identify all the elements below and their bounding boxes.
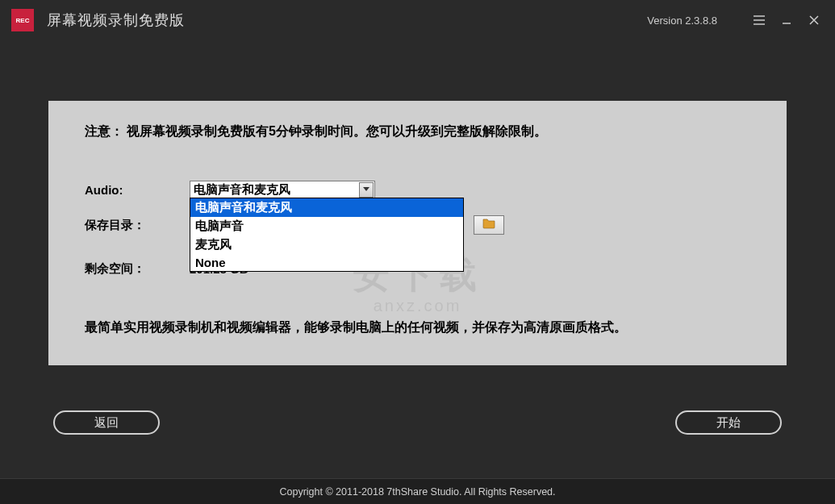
form: Audio: 电脑声音和麦克风 电脑声音和麦克风 电脑声音 麦克风 None (85, 179, 750, 279)
audio-dropdown-list: 电脑声音和麦克风 电脑声音 麦克风 None (190, 198, 464, 272)
audio-row: Audio: 电脑声音和麦克风 电脑声音和麦克风 电脑声音 麦克风 None (85, 179, 750, 200)
chevron-down-icon[interactable] (359, 182, 374, 198)
audio-option-3[interactable]: None (190, 254, 463, 271)
buttons-row: 返回 开始 (48, 410, 787, 435)
notice-label: 注意： (85, 124, 123, 138)
start-button[interactable]: 开始 (675, 410, 782, 435)
notice-row: 注意：视屏幕视频录制免费版有5分钟录制时间。您可以升级到完整版解除限制。 (85, 123, 750, 140)
audio-option-0[interactable]: 电脑声音和麦克风 (190, 198, 463, 217)
menu-icon[interactable] (749, 10, 769, 30)
watermark-line2: anxz.com (353, 297, 483, 315)
audio-label: Audio: (85, 183, 190, 197)
audio-option-1[interactable]: 电脑声音 (190, 217, 463, 235)
main-stage: 安下载 anxz.com 注意：视屏幕视频录制免费版有5分钟录制时间。您可以升级… (0, 40, 835, 478)
minimize-icon[interactable] (777, 10, 796, 30)
app-window: REC 屏幕视频录制免费版 Version 2.3.8.8 安下载 anxz.c… (0, 0, 835, 504)
browse-folder-button[interactable] (474, 215, 504, 235)
settings-panel: 安下载 anxz.com 注意：视屏幕视频录制免费版有5分钟录制时间。您可以升级… (48, 101, 787, 365)
audio-combobox[interactable]: 电脑声音和麦克风 (190, 181, 375, 199)
app-title: 屏幕视频录制免费版 (47, 10, 185, 30)
title-bar: REC 屏幕视频录制免费版 Version 2.3.8.8 (0, 0, 835, 40)
notice-text: 视屏幕视频录制免费版有5分钟录制时间。您可以升级到完整版解除限制。 (127, 124, 547, 138)
footer: Copyright © 2011-2018 7thShare Studio. A… (0, 478, 835, 504)
space-label: 剩余空间： (85, 261, 190, 277)
version-label: Version 2.3.8.8 (647, 15, 717, 27)
folder-icon (482, 218, 495, 232)
audio-option-2[interactable]: 麦克风 (190, 235, 463, 254)
copyright-text: Copyright © 2011-2018 7thShare Studio. A… (279, 486, 555, 498)
savedir-label: 保存目录： (85, 218, 190, 233)
app-logo: REC (11, 9, 34, 31)
close-icon[interactable] (804, 10, 824, 30)
back-button[interactable]: 返回 (53, 410, 160, 435)
audio-selected-text: 电脑声音和麦克风 (194, 182, 290, 198)
description-text: 最简单实用视频录制机和视频编辑器，能够录制电脑上的任何视频，并保存为高清原画质格… (85, 319, 750, 336)
